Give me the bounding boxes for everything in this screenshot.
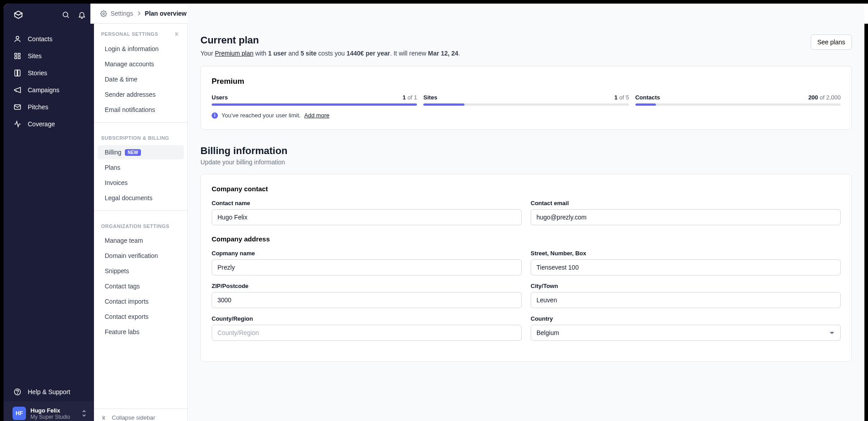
company-name-input[interactable] — [212, 259, 522, 275]
settings-date-time[interactable]: Date & time — [98, 72, 184, 86]
nav-stories[interactable]: Stories — [4, 64, 94, 82]
street-label: Street, Number, Box — [531, 250, 841, 257]
user-name: Hugo Felix — [30, 407, 77, 414]
breadcrumb-current: Plan overview — [145, 10, 187, 17]
chevron-right-icon — [137, 11, 141, 16]
settings-billing[interactable]: BillingNEW — [98, 145, 184, 159]
contact-email-label: Contact email — [531, 200, 841, 206]
city-label: City/Town — [531, 283, 841, 289]
city-input[interactable] — [531, 292, 841, 308]
county-label: County/Region — [212, 315, 522, 322]
plan-summary: Your Premium plan with 1 user and 5 site… — [200, 50, 460, 57]
user-switcher[interactable]: HF Hugo Felix My Super Studio — [4, 401, 94, 421]
nav-campaigns[interactable]: Campaigns — [4, 82, 94, 99]
section-header-personal: Personal Settings — [101, 31, 158, 37]
settings-snippets[interactable]: Snippets — [98, 264, 184, 278]
billing-info-subtitle: Update your billing information — [200, 159, 852, 166]
company-name-label: Copmany name — [212, 250, 522, 257]
breadcrumb-root[interactable]: Settings — [111, 10, 133, 17]
primary-nav: Contacts Sites Stories Campaigns Pitches… — [4, 4, 94, 421]
bell-icon[interactable] — [78, 11, 86, 19]
billing-form-card: Company contact Contact name Contact ema… — [200, 174, 852, 362]
zip-input[interactable] — [212, 292, 522, 308]
updown-icon — [81, 410, 87, 417]
company-contact-header: Company contact — [212, 185, 841, 193]
contact-name-input[interactable] — [212, 209, 522, 225]
company-address-header: Company address — [212, 235, 841, 243]
search-icon[interactable] — [62, 11, 70, 19]
nav-pitches[interactable]: Pitches — [4, 99, 94, 116]
svg-point-0 — [63, 12, 68, 17]
help-support[interactable]: Help & Support — [4, 382, 94, 401]
see-plans-button[interactable]: See plans — [811, 34, 852, 50]
plan-card: Premium Users1 of 1 Sites1 of 5 Contacts… — [200, 66, 852, 130]
svg-rect-3 — [18, 53, 21, 56]
settings-manage-team[interactable]: Manage team — [98, 233, 184, 248]
country-select[interactable]: Belgium — [531, 325, 841, 341]
zip-label: ZIP/Postcode — [212, 283, 522, 289]
plan-card-title: Premium — [212, 77, 841, 86]
svg-rect-2 — [15, 53, 17, 56]
svg-point-1 — [16, 36, 19, 39]
nav-label: Pitches — [28, 103, 48, 111]
gear-icon — [100, 10, 107, 17]
help-label: Help & Support — [28, 388, 70, 395]
main-content: Current plan Your Premium plan with 1 us… — [188, 4, 864, 421]
settings-nav: Personal Settings Login & information Ma… — [94, 4, 188, 421]
usage-users: Users1 of 1 — [212, 94, 417, 106]
avatar: HF — [13, 407, 26, 420]
section-header-org: Organization Settings — [101, 223, 170, 229]
add-more-link[interactable]: Add more — [304, 112, 329, 119]
contact-name-label: Contact name — [212, 200, 522, 206]
usage-contacts: Contacts200 of 2,000 — [635, 94, 841, 106]
billing-info-title: Billing information — [200, 145, 852, 157]
nav-label: Coverage — [28, 120, 55, 128]
info-icon: i — [212, 112, 218, 119]
section-header-billing: Subscription & Billing — [101, 135, 169, 141]
settings-domain-verification[interactable]: Domain verification — [98, 249, 184, 263]
settings-login-info[interactable]: Login & information — [98, 42, 184, 56]
page-title: Current plan — [200, 34, 460, 46]
nav-label: Stories — [28, 69, 47, 77]
settings-invoices[interactable]: Invoices — [98, 176, 184, 190]
country-label: Country — [531, 315, 841, 322]
settings-sender-addresses[interactable]: Sender addresses — [98, 87, 184, 102]
svg-point-8 — [17, 393, 18, 394]
collapse-panel-icon[interactable] — [174, 31, 180, 37]
settings-contact-exports[interactable]: Contact exports — [98, 309, 184, 324]
contact-email-input[interactable] — [531, 209, 841, 225]
user-studio: My Super Studio — [30, 414, 77, 420]
county-input[interactable] — [212, 325, 522, 341]
svg-rect-5 — [18, 57, 21, 59]
street-input[interactable] — [531, 259, 841, 275]
nav-label: Campaigns — [28, 86, 60, 94]
nav-coverage[interactable]: Coverage — [4, 116, 94, 133]
collapse-sidebar-button[interactable]: Collapse sidebar — [94, 408, 187, 421]
nav-contacts[interactable]: Contacts — [4, 30, 94, 47]
usage-sites: Sites1 of 5 — [423, 94, 629, 106]
nav-label: Sites — [28, 52, 42, 60]
settings-manage-accounts[interactable]: Manage accounts — [98, 57, 184, 71]
settings-feature-labs[interactable]: Feature labs — [98, 325, 184, 339]
premium-plan-link[interactable]: Premium plan — [215, 50, 253, 57]
nav-sites[interactable]: Sites — [4, 47, 94, 64]
new-badge: NEW — [125, 149, 140, 156]
user-limit-alert: i You've reached your user limit. Add mo… — [212, 112, 841, 119]
settings-contact-tags[interactable]: Contact tags — [98, 279, 184, 293]
svg-point-9 — [103, 13, 105, 14]
app-logo — [13, 10, 23, 20]
svg-rect-4 — [15, 57, 17, 59]
nav-label: Contacts — [28, 35, 52, 43]
settings-contact-imports[interactable]: Contact imports — [98, 294, 184, 309]
settings-email-notifications[interactable]: Email notifications — [98, 103, 184, 117]
settings-legal[interactable]: Legal documents — [98, 191, 184, 205]
settings-plans[interactable]: Plans — [98, 160, 184, 175]
